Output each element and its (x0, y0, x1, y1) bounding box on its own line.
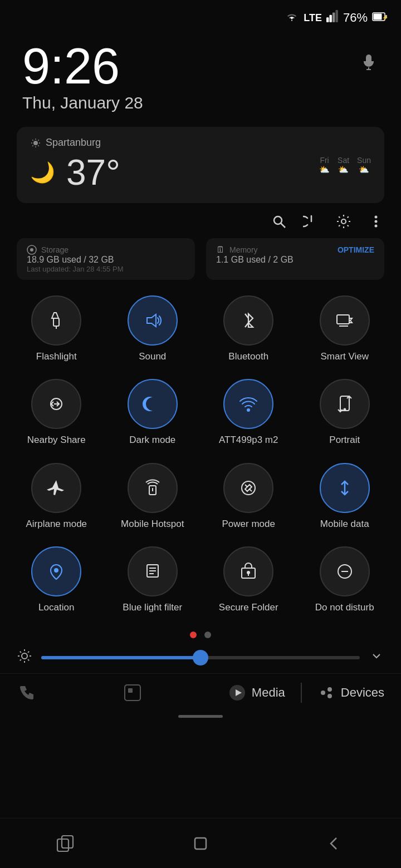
settings-icon[interactable] (335, 213, 352, 234)
qs-tile-label-bluetooth: Bluetooth (228, 351, 268, 362)
weather-day-fri: Fri ⛅ (319, 156, 330, 175)
svg-rect-47 (125, 685, 140, 701)
clock-display: 9:26 (22, 41, 143, 91)
qs-tile-icon-nearby-share (31, 379, 81, 429)
svg-text:⚡: ⚡ (382, 14, 388, 21)
storage-card: Storage 18.9 GB used / 32 GB Last update… (17, 238, 195, 280)
svg-rect-2 (332, 12, 335, 22)
qs-tile-icon-dark-mode (128, 379, 178, 429)
qs-tile-portrait[interactable]: Portrait (300, 373, 390, 451)
home-button[interactable] (178, 827, 223, 860)
svg-point-24 (344, 409, 345, 411)
svg-point-8 (33, 141, 38, 145)
qs-tile-label-portrait: Portrait (329, 435, 360, 446)
qs-tile-power-mode[interactable]: Power mode (203, 457, 294, 535)
svg-rect-0 (326, 17, 329, 22)
svg-line-44 (28, 659, 29, 660)
back-button[interactable] (312, 827, 356, 860)
qs-tile-icon-portrait (320, 379, 370, 429)
page-dot-1[interactable] (190, 632, 197, 638)
qs-tile-location[interactable]: Location (11, 541, 102, 619)
temperature: 37° (66, 152, 120, 193)
qs-tile-label-mobile-data: Mobile data (320, 519, 369, 530)
storage-label: Storage (41, 245, 69, 254)
qs-tile-label-flashlight: Flashlight (36, 351, 77, 362)
optimize-button[interactable]: OPTIMIZE (338, 245, 374, 254)
weather-banner: Spartanburg 🌙 37° Fri ⛅ Sat ⛅ Sun ⛅ (17, 127, 384, 203)
recent-apps-button[interactable] (45, 827, 89, 860)
svg-rect-1 (329, 15, 331, 22)
media-bar: Media Devices (0, 673, 401, 712)
svg-rect-5 (374, 14, 382, 20)
qs-tile-dark-mode[interactable]: Dark mode (107, 373, 198, 451)
page-dots (0, 624, 401, 643)
svg-point-9 (274, 216, 282, 224)
svg-rect-54 (57, 839, 69, 851)
time-block: 9:26 Thu, January 28 (0, 30, 401, 121)
quick-settings-grid: Flashlight Sound Bluetooth Smart View Ne… (0, 285, 401, 624)
svg-rect-17 (53, 318, 59, 326)
qs-tile-secure-folder[interactable]: Secure Folder (203, 541, 294, 619)
microphone-icon[interactable] (359, 52, 379, 75)
qs-tile-icon-mobile-hotspot (128, 463, 178, 513)
qs-tile-do-not-disturb[interactable]: Do not disturb (300, 541, 390, 619)
qs-tile-label-wifi-network: ATT499p3 m2 (219, 435, 278, 446)
qs-tile-icon-power-mode (223, 463, 273, 513)
qs-tile-icon-flashlight (31, 295, 81, 346)
svg-point-13 (375, 220, 378, 223)
svg-line-46 (28, 651, 29, 652)
qs-tile-wifi-network[interactable]: ATT499p3 m2 (203, 373, 294, 451)
qs-tile-label-smart-view: Smart View (320, 351, 369, 362)
brightness-expand-icon[interactable] (369, 648, 384, 668)
media-button[interactable]: Media (228, 684, 285, 702)
qs-header (0, 209, 401, 238)
qs-tile-bluetooth[interactable]: Bluetooth (203, 290, 294, 368)
qs-tile-smart-view[interactable]: Smart View (300, 290, 390, 368)
svg-point-12 (375, 216, 378, 219)
qs-tile-icon-smart-view (320, 295, 370, 346)
media-label: Media (252, 685, 285, 700)
svg-marker-19 (147, 314, 156, 327)
svg-rect-55 (62, 836, 73, 848)
weather-day-sat: Sat ⛅ (338, 156, 349, 175)
svg-line-45 (20, 659, 21, 660)
svg-point-38 (22, 653, 27, 659)
qs-tile-blue-light[interactable]: Blue light filter (107, 541, 198, 619)
more-icon[interactable] (368, 213, 384, 234)
qs-tile-sound[interactable]: Sound (107, 290, 198, 368)
power-icon[interactable] (303, 213, 320, 234)
location-label: Spartanburg (46, 137, 101, 149)
memory-value: 1.1 GB used / 2 GB (216, 255, 374, 265)
qs-tile-label-nearby-share: Nearby Share (27, 435, 86, 446)
devices-label: Devices (341, 685, 384, 700)
media-divider (301, 683, 302, 703)
page-dot-2[interactable] (204, 632, 211, 638)
devices-button[interactable]: Devices (317, 684, 384, 702)
svg-point-28 (55, 569, 58, 572)
svg-rect-56 (195, 838, 206, 849)
date-display: Thu, January 28 (22, 93, 143, 112)
qs-tile-icon-bluetooth (223, 295, 273, 346)
storage-value: 18.9 GB used / 32 GB (27, 255, 185, 265)
qs-tile-airplane[interactable]: Airplane mode (11, 457, 102, 535)
qs-tile-icon-blue-light (128, 546, 178, 596)
media-icon-area (123, 683, 217, 703)
qs-tile-nearby-share[interactable]: Nearby Share (11, 373, 102, 451)
svg-point-51 (321, 691, 325, 695)
navigation-bar (0, 818, 401, 868)
qs-tile-flashlight[interactable]: Flashlight (11, 290, 102, 368)
qs-tile-label-dark-mode: Dark mode (129, 435, 175, 446)
svg-point-26 (242, 481, 255, 495)
qs-tile-mobile-hotspot[interactable]: Mobile Hotspot (107, 457, 198, 535)
qs-tile-icon-sound (128, 295, 178, 346)
qs-tile-mobile-data[interactable]: Mobile data (300, 457, 390, 535)
nav-handle (178, 715, 223, 718)
call-icon-area (17, 683, 111, 703)
brightness-slider[interactable] (41, 656, 360, 659)
memory-label: Memory (229, 245, 258, 254)
info-row: Storage 18.9 GB used / 32 GB Last update… (0, 238, 401, 280)
signal-icon (326, 10, 339, 26)
svg-point-52 (327, 687, 332, 692)
svg-rect-20 (337, 315, 349, 324)
search-icon[interactable] (271, 213, 287, 234)
